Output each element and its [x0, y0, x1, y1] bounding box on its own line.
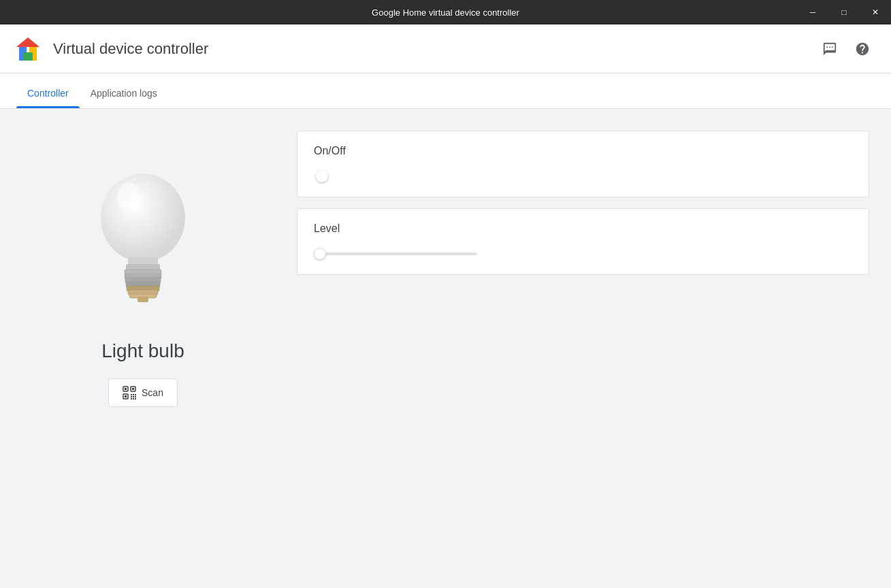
toggle-thumb [316, 170, 328, 182]
feedback-icon [822, 42, 837, 56]
scan-button-label: Scan [142, 387, 163, 398]
svg-marker-1 [16, 37, 39, 47]
scan-button[interactable]: Scan [108, 378, 178, 407]
svg-rect-19 [137, 297, 148, 302]
title-bar: Google Home virtual device controller ─ … [0, 0, 891, 24]
close-button[interactable]: ✕ [860, 0, 891, 24]
svg-rect-34 [135, 398, 136, 399]
svg-rect-23 [132, 388, 134, 390]
svg-rect-27 [133, 394, 134, 395]
left-panel: Light bulb [0, 109, 286, 588]
google-home-logo [14, 35, 42, 63]
svg-rect-26 [131, 394, 132, 395]
on-off-label: On/Off [314, 145, 852, 157]
qr-code-icon [123, 386, 136, 399]
on-off-card: On/Off [297, 131, 869, 197]
title-bar-text: Google Home virtual device controller [372, 7, 519, 18]
minimize-button[interactable]: ─ [797, 0, 828, 24]
main-content: Light bulb [0, 109, 891, 588]
svg-rect-33 [133, 398, 134, 399]
help-button[interactable] [850, 37, 875, 61]
svg-rect-7 [832, 46, 833, 48]
header-actions [817, 37, 875, 61]
svg-rect-30 [133, 396, 134, 397]
svg-point-9 [117, 182, 142, 212]
svg-rect-29 [131, 396, 132, 397]
window-controls: ─ □ ✕ [797, 0, 891, 24]
tabs-bar: Controller Application logs [0, 74, 891, 109]
app-title: Virtual device controller [53, 40, 208, 58]
svg-rect-5 [826, 46, 828, 48]
level-card: Level [297, 208, 869, 275]
svg-rect-31 [135, 396, 136, 397]
maximize-button[interactable]: □ [828, 0, 860, 24]
svg-rect-6 [829, 46, 830, 48]
svg-rect-4 [23, 52, 33, 61]
svg-point-8 [101, 174, 185, 262]
svg-rect-28 [135, 394, 136, 395]
feedback-button[interactable] [817, 37, 842, 61]
tab-application-logs[interactable]: Application logs [80, 88, 168, 108]
level-label: Level [314, 223, 852, 235]
level-slider[interactable] [314, 252, 477, 255]
right-panel: On/Off Level [286, 109, 891, 588]
device-name: Light bulb [101, 340, 184, 362]
svg-rect-21 [125, 388, 127, 390]
app-header: Virtual device controller [0, 24, 891, 74]
light-bulb-image [88, 157, 197, 320]
help-icon [855, 42, 870, 56]
tab-controller[interactable]: Controller [16, 88, 80, 108]
device-image-container [82, 150, 204, 327]
svg-rect-25 [125, 395, 127, 397]
svg-rect-32 [131, 398, 132, 399]
